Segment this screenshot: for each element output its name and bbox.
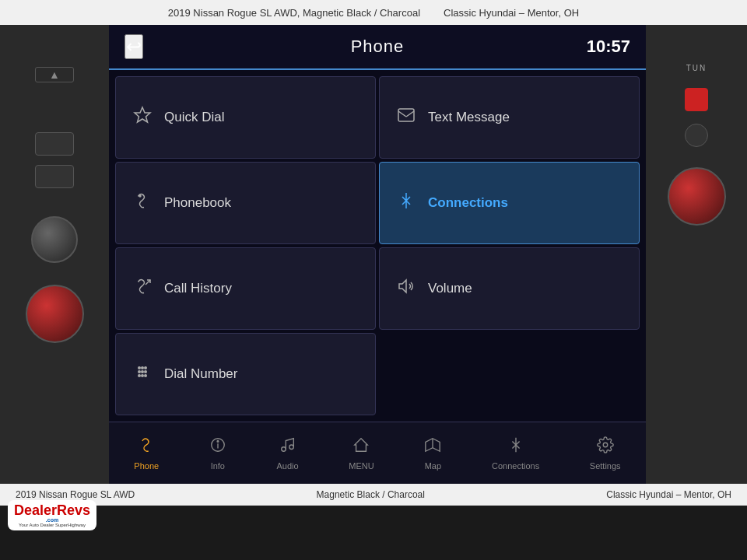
- text-message-label: Text Message: [428, 110, 510, 125]
- menu-button-connections[interactable]: Connections: [379, 162, 640, 244]
- svg-point-14: [141, 374, 144, 377]
- svg-line-3: [406, 111, 414, 117]
- svg-line-2: [398, 111, 406, 117]
- nav-phone-label: Phone: [134, 461, 159, 471]
- menu-grid: Quick DialText MessagePhonebookConnectio…: [109, 70, 646, 422]
- svg-marker-0: [135, 107, 150, 122]
- quick-dial-icon: [132, 106, 153, 129]
- right-large-knob[interactable]: [668, 167, 726, 226]
- left-large-knob[interactable]: [26, 285, 84, 343]
- menu-button-quick-dial[interactable]: Quick Dial: [115, 76, 376, 159]
- right-label: TUN: [686, 64, 707, 72]
- nav-menu-icon: [352, 436, 370, 458]
- call-history-label: Call History: [164, 281, 232, 296]
- nav-item-audio[interactable]: Audio: [267, 430, 307, 477]
- menu-button-phonebook[interactable]: Phonebook: [115, 162, 376, 244]
- nav-phone-icon: [138, 436, 155, 458]
- nav-item-connections[interactable]: Connections: [482, 430, 549, 477]
- nav-item-map[interactable]: Map: [415, 430, 451, 477]
- svg-point-15: [144, 374, 147, 377]
- nav-item-settings[interactable]: Settings: [580, 430, 630, 477]
- nav-connections-icon: [507, 436, 524, 458]
- menu-button-volume[interactable]: Volume: [379, 247, 640, 330]
- left-knob[interactable]: [31, 216, 78, 263]
- nav-audio-icon: [279, 436, 296, 458]
- nav-info-label: Info: [211, 461, 225, 471]
- bottom-right: Classic Hyundai – Mentor, OH: [606, 489, 731, 500]
- back-button[interactable]: ↩: [124, 34, 143, 59]
- call-history-icon: [132, 277, 153, 300]
- left-controls: ▲: [19, 64, 90, 349]
- top-bar-title: 2019 Nissan Rogue SL AWD, Magnetic Black…: [168, 7, 420, 19]
- nav-map-label: Map: [425, 461, 441, 471]
- top-bar: 2019 Nissan Rogue SL AWD, Magnetic Black…: [0, 0, 747, 25]
- phonebook-label: Phonebook: [164, 195, 231, 211]
- screen-title: Phone: [351, 37, 405, 57]
- volume-icon: [395, 277, 417, 300]
- nav-menu-label: MENU: [349, 461, 374, 471]
- bottom-left: 2019 Nissan Rogue SL AWD: [16, 489, 135, 500]
- svg-point-4: [139, 195, 141, 197]
- bottom-bar: 2019 Nissan Rogue SL AWD Magnetic Black …: [0, 484, 747, 506]
- right-panel: TUN: [646, 25, 747, 484]
- nav-item-info[interactable]: Info: [200, 430, 236, 477]
- nav-map-icon: [424, 436, 441, 458]
- right-car-button-1[interactable]: [685, 88, 708, 111]
- svg-point-9: [144, 366, 147, 369]
- svg-point-23: [603, 443, 608, 447]
- svg-point-18: [217, 440, 219, 442]
- phonebook-icon: [132, 191, 153, 215]
- nav-audio-label: Audio: [276, 461, 298, 471]
- volume-label: Volume: [428, 281, 472, 296]
- menu-button-call-history[interactable]: Call History: [115, 247, 376, 330]
- nav-connections-label: Connections: [492, 461, 539, 471]
- eject-button[interactable]: ▲: [35, 67, 74, 82]
- svg-point-12: [144, 370, 147, 373]
- svg-point-11: [141, 370, 144, 373]
- svg-point-7: [138, 366, 141, 369]
- quick-dial-label: Quick Dial: [164, 110, 224, 125]
- menu-button-dial-number[interactable]: Dial Number: [115, 333, 376, 415]
- svg-point-19: [281, 446, 286, 451]
- screen-time: 10:57: [587, 37, 630, 57]
- svg-rect-1: [398, 109, 414, 121]
- svg-line-5: [146, 280, 150, 285]
- nav-item-menu[interactable]: MENU: [339, 430, 383, 477]
- dial-number-label: Dial Number: [164, 366, 237, 382]
- right-car-button-2[interactable]: [685, 124, 708, 147]
- left-panel: ▲: [0, 25, 109, 484]
- nav-settings-label: Settings: [590, 461, 621, 471]
- main-area: ▲ ↩ Phone 10:57 Quick D: [0, 25, 747, 484]
- svg-point-20: [289, 445, 293, 450]
- screen-header: ↩ Phone 10:57: [109, 25, 646, 70]
- dial-number-icon: [132, 362, 153, 386]
- left-car-button-2[interactable]: [35, 165, 74, 188]
- svg-point-8: [141, 366, 144, 369]
- menu-button-text-message[interactable]: Text Message: [379, 76, 640, 159]
- svg-marker-6: [399, 280, 406, 292]
- nav-item-phone[interactable]: Phone: [124, 430, 168, 477]
- svg-point-10: [138, 370, 141, 373]
- svg-point-13: [138, 374, 141, 377]
- top-bar-dealer: Classic Hyundai – Mentor, OH: [444, 7, 579, 19]
- bottom-middle: Magnetic Black / Charcoal: [317, 489, 425, 500]
- text-message-icon: [395, 106, 417, 129]
- right-controls: TUN: [661, 64, 732, 232]
- nav-bar: PhoneInfoAudioMENUMapConnectionsSettings: [109, 422, 646, 484]
- connections-label: Connections: [428, 195, 508, 211]
- nav-settings-icon: [597, 436, 614, 458]
- left-car-button-1[interactable]: [35, 132, 74, 156]
- connections-icon: [395, 191, 417, 215]
- nav-info-icon: [209, 436, 226, 458]
- screen-area: ↩ Phone 10:57 Quick DialText MessagePhon…: [109, 25, 646, 484]
